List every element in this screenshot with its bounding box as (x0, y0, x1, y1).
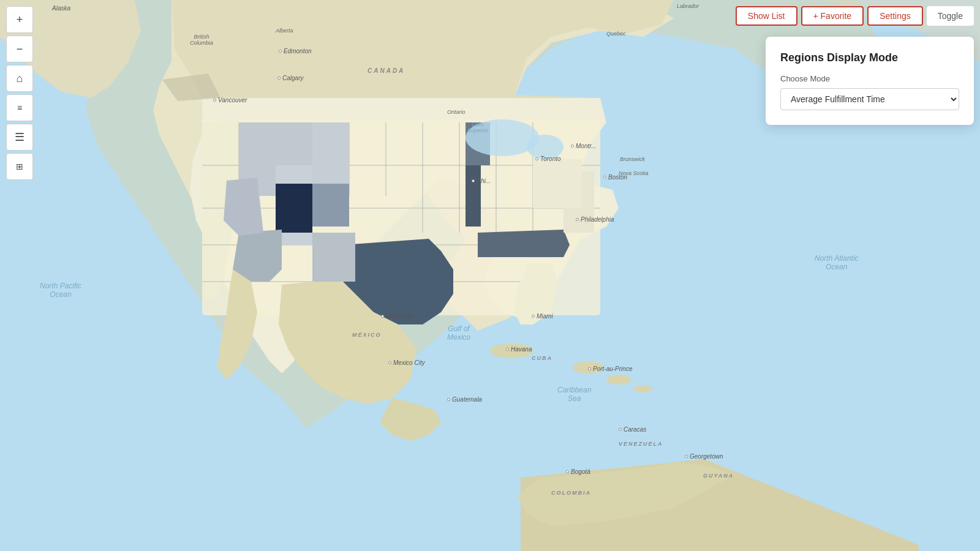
zoom-out-icon: − (17, 43, 23, 56)
favorite-button[interactable]: + Favorite (801, 6, 864, 26)
expand-button[interactable]: ⊞ (6, 153, 33, 180)
menu-button[interactable]: ☰ (6, 124, 33, 151)
svg-rect-17 (312, 122, 349, 184)
settings-panel: Regions Display Mode Choose Mode Average… (766, 37, 974, 125)
home-icon: ⌂ (17, 72, 23, 85)
home-button[interactable]: ⌂ (6, 65, 33, 92)
expand-icon: ⊞ (16, 162, 23, 171)
svg-point-26 (573, 361, 603, 373)
zoom-in-icon: + (17, 13, 23, 26)
zoom-out-button[interactable]: − (6, 36, 33, 62)
top-right-buttons: Show List + Favorite Settings Toggle (736, 6, 974, 26)
svg-point-27 (606, 375, 631, 384)
layers-icon: ≡ (17, 103, 22, 113)
settings-panel-title: Regions Display Mode (780, 51, 959, 64)
toggle-button[interactable]: Toggle (927, 6, 974, 26)
menu-icon: ☰ (15, 130, 24, 144)
show-list-button[interactable]: Show List (736, 6, 797, 26)
map-container: Alaska CANADA BritishColumbia Alberta On… (0, 0, 980, 551)
settings-button[interactable]: Settings (867, 6, 923, 26)
layers-button[interactable]: ≡ (6, 94, 33, 121)
choose-mode-label: Choose Mode (780, 74, 959, 83)
svg-point-24 (527, 135, 564, 159)
svg-rect-20 (312, 233, 355, 282)
svg-rect-16 (312, 184, 349, 227)
left-toolbar: + − ⌂ ≡ ☰ ⊞ (6, 6, 33, 180)
svg-point-28 (634, 385, 652, 392)
zoom-in-button[interactable]: + (6, 6, 33, 33)
mode-select[interactable]: Average Fulfillment Time Total Orders Re… (780, 88, 959, 110)
svg-point-25 (490, 343, 533, 358)
svg-rect-22 (533, 159, 582, 208)
svg-rect-18 (466, 165, 481, 227)
